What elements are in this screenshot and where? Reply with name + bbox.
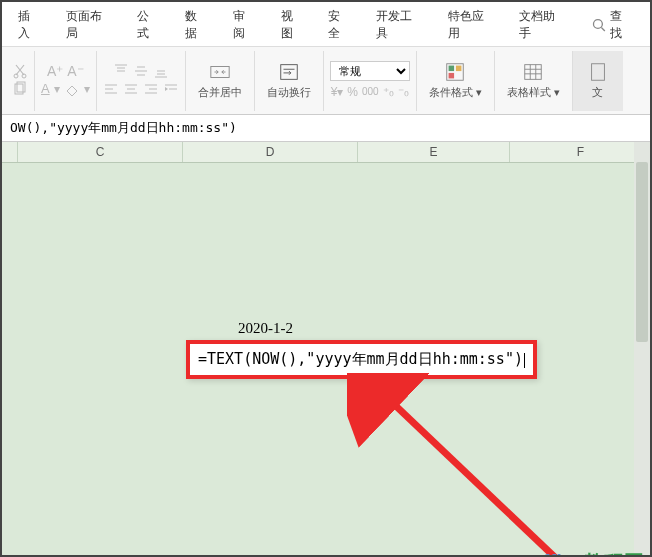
spreadsheet-grid[interactable]: C D E F 2020-1-2 =TEXT(NOW(),"yyyy年mm月dd…: [2, 142, 650, 557]
svg-rect-37: [591, 64, 604, 81]
cut-icon[interactable]: [12, 63, 28, 79]
svg-rect-31: [449, 73, 455, 79]
doc-icon: [587, 61, 609, 83]
svg-rect-30: [456, 66, 462, 72]
editing-cell-highlight: =TEXT(NOW(),"yyyy年mm月dd日hh:mm:ss"): [186, 340, 537, 379]
col-d[interactable]: D: [183, 142, 358, 162]
tablestyle-icon: [522, 61, 544, 83]
indent-icon[interactable]: [163, 81, 179, 97]
clipboard-group: [6, 51, 35, 111]
ribbon: A⁺ A⁻ A ▾ ▾ 合并居中 自动换行: [2, 47, 650, 115]
font-increase-icon[interactable]: A⁺: [47, 63, 63, 79]
percent-icon[interactable]: %: [347, 85, 358, 99]
wrap-group: 自动换行: [255, 51, 324, 111]
tab-dev[interactable]: 开发工具: [364, 4, 436, 46]
tablestyle-group: 表格样式 ▾: [495, 51, 573, 111]
column-headers: C D E F: [2, 142, 650, 163]
vertical-scrollbar[interactable]: [634, 142, 650, 557]
svg-rect-27: [280, 65, 297, 80]
align-right-icon[interactable]: [143, 81, 159, 97]
dec-inc-icon[interactable]: ⁺₀: [383, 85, 394, 99]
logo-icon: ◧: [508, 551, 527, 557]
conditional-format-button[interactable]: 条件格式 ▾: [423, 59, 488, 102]
watermark: ◧Office教程网 www.office26.com: [508, 549, 644, 557]
search-button[interactable]: 查找: [579, 4, 647, 46]
wrap-button[interactable]: 自动换行: [261, 59, 317, 102]
editing-cell[interactable]: =TEXT(NOW(),"yyyy年mm月dd日hh:mm:ss"): [198, 350, 523, 368]
formula-bar[interactable]: OW(),"yyyy年mm月dd日hh:mm:ss"): [2, 115, 650, 142]
col-f[interactable]: F: [510, 142, 650, 162]
wrap-icon: [278, 61, 300, 83]
chevron-down-icon[interactable]: ▾: [54, 82, 60, 96]
tab-insert[interactable]: 插入: [6, 4, 54, 46]
svg-rect-26: [211, 67, 229, 78]
copy-icon[interactable]: [12, 81, 28, 97]
svg-point-0: [593, 20, 602, 29]
currency-icon[interactable]: ¥▾: [331, 85, 344, 99]
tab-special[interactable]: 特色应用: [436, 4, 508, 46]
svg-rect-29: [449, 66, 455, 72]
tab-data[interactable]: 数据: [173, 4, 221, 46]
align-bot-icon[interactable]: [153, 63, 169, 79]
tab-layout[interactable]: 页面布局: [54, 4, 126, 46]
doc-group: 文: [573, 51, 623, 111]
chevron-down-icon[interactable]: ▾: [84, 82, 90, 96]
col-e[interactable]: E: [358, 142, 510, 162]
svg-line-38: [377, 388, 582, 557]
annotation-arrow-icon: [347, 373, 607, 557]
align-group: [97, 51, 186, 111]
number-format-combo[interactable]: 常规: [330, 61, 410, 81]
align-center-icon[interactable]: [123, 81, 139, 97]
tab-docassist[interactable]: 文档助手: [507, 4, 579, 46]
svg-line-1: [601, 27, 604, 30]
svg-rect-32: [525, 65, 542, 80]
align-top-icon[interactable]: [113, 63, 129, 79]
doc-button[interactable]: 文: [581, 59, 615, 102]
comma-icon[interactable]: 000: [362, 86, 379, 97]
merge-icon: [209, 61, 231, 83]
merge-button[interactable]: 合并居中: [192, 59, 248, 102]
align-left-icon[interactable]: [103, 81, 119, 97]
tab-view[interactable]: 视图: [269, 4, 317, 46]
dec-dec-icon[interactable]: ⁻₀: [398, 85, 409, 99]
col-c[interactable]: C: [18, 142, 183, 162]
condfmt-group: 条件格式 ▾: [417, 51, 495, 111]
table-style-button[interactable]: 表格样式 ▾: [501, 59, 566, 102]
cell-date-value[interactable]: 2020-1-2: [238, 320, 293, 337]
merge-group: 合并居中: [186, 51, 255, 111]
font-decrease-icon[interactable]: A⁻: [67, 63, 83, 79]
condfmt-icon: [444, 61, 466, 83]
fill-color-icon[interactable]: [64, 81, 80, 97]
number-group: 常规 ¥▾ % 000 ⁺₀ ⁻₀: [324, 51, 417, 111]
search-icon: [591, 17, 607, 33]
tab-formula[interactable]: 公式: [125, 4, 173, 46]
ribbon-tabs: 插入 页面布局 公式 数据 审阅 视图 安全 开发工具 特色应用 文档助手 查找: [2, 2, 650, 47]
align-mid-icon[interactable]: [133, 63, 149, 79]
tab-security[interactable]: 安全: [316, 4, 364, 46]
font-group: A⁺ A⁻ A ▾ ▾: [35, 51, 97, 111]
scroll-thumb[interactable]: [636, 162, 648, 342]
tab-review[interactable]: 审阅: [221, 4, 269, 46]
font-color-icon[interactable]: A: [41, 81, 50, 96]
